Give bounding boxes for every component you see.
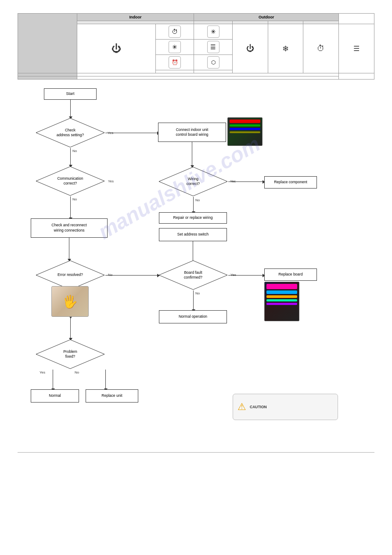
arrow-d6-no bbox=[105, 370, 106, 389]
arrow-start-d1 bbox=[70, 100, 71, 117]
bottom-hr bbox=[18, 452, 374, 453]
outdoor-icon4: ☰ bbox=[339, 24, 374, 73]
repair-wiring-box: Repair or replace wiring bbox=[159, 212, 227, 224]
d2-yes-label: Yes bbox=[108, 179, 114, 183]
pcb-image2 bbox=[264, 282, 299, 321]
d3-no-label: No bbox=[195, 198, 200, 202]
table-subheader-out2 bbox=[232, 21, 268, 24]
arrow-d3-down bbox=[193, 197, 194, 212]
d6-no-label: No bbox=[75, 370, 79, 374]
connect-box: Connect indoor unitcontrol board wiring bbox=[158, 123, 226, 142]
arrow-connect-down bbox=[192, 142, 192, 166]
normal-op-box: Normal operation bbox=[159, 310, 227, 323]
indoor-icon5: ⏰ bbox=[156, 55, 194, 70]
caution-icon: ⚠ bbox=[237, 401, 246, 413]
diamond4-text: Error resolved? bbox=[58, 272, 83, 277]
arrow-d1-right bbox=[105, 133, 158, 133]
start-label: Start bbox=[66, 91, 74, 97]
table-subheader-out4 bbox=[303, 21, 339, 24]
d6-yes-label: Yes bbox=[40, 370, 45, 374]
d5-no-label: No bbox=[195, 291, 200, 295]
outdoor-icon3: ⏱ bbox=[303, 24, 339, 73]
table-row-header bbox=[18, 14, 77, 73]
table-col-indoor: Indoor bbox=[77, 14, 194, 21]
diamond3-text: Wiringcorrect? bbox=[187, 177, 200, 186]
indoor-empty1 bbox=[156, 70, 194, 73]
spec-table: Indoor Outdoor ⏻ ⏱ ✳ ⏻ bbox=[18, 13, 374, 80]
check-wiring-box: Check and reconnectwiring connections bbox=[31, 218, 108, 238]
replace-final-box: Replace unit bbox=[86, 389, 138, 403]
diamond5: Board faultconfirmed? bbox=[158, 260, 228, 290]
start-box: Start bbox=[44, 88, 97, 100]
d2-no-label: No bbox=[72, 197, 77, 201]
diamond1-text: Checkaddress setting? bbox=[57, 128, 84, 138]
diamond2-text: Communicationcorrect? bbox=[57, 176, 83, 186]
set-address-box: Set address switch bbox=[159, 228, 227, 241]
arrow-d5-right bbox=[228, 275, 263, 276]
indoor-icon1: ⏱ bbox=[156, 24, 194, 40]
indoor-empty2 bbox=[194, 70, 232, 73]
outdoor-icon2: ❄ bbox=[268, 24, 303, 73]
table-gray-row1 bbox=[18, 73, 77, 76]
table-subheader-out1 bbox=[194, 21, 232, 24]
arrow-hand-down bbox=[70, 317, 71, 339]
indoor-icon4: ☰ bbox=[194, 40, 232, 55]
replace-board-box: Replace board bbox=[264, 268, 317, 281]
table-subheader-indoor bbox=[77, 21, 194, 24]
indoor-icon2: ✳ bbox=[194, 24, 232, 40]
flowchart-container: Start Checkaddress setting? Yes No Conne… bbox=[18, 88, 378, 449]
table-subheader-out3 bbox=[268, 21, 303, 24]
arrow-d6-yes bbox=[53, 370, 53, 389]
hand-image: 🖐 bbox=[51, 286, 89, 317]
caution-label: CAUTION bbox=[250, 405, 267, 409]
page: manualshlive.com Indoor Outdoor ⏻ ⏱ bbox=[0, 0, 392, 466]
table-spec-row2 bbox=[77, 76, 339, 80]
arrow-d1-down bbox=[70, 148, 71, 166]
diamond2: Communicationcorrect? bbox=[35, 166, 105, 196]
diamond5-text: Board faultconfirmed? bbox=[184, 270, 202, 280]
caution-box: ⚠ CAUTION bbox=[233, 394, 338, 420]
diamond6-text: Problemfixed? bbox=[63, 349, 77, 359]
table-spec-row1 bbox=[77, 73, 339, 76]
arrow-d5-down bbox=[193, 290, 194, 310]
arrow-cw-down bbox=[69, 238, 69, 260]
arrow-d2-down bbox=[70, 196, 71, 218]
arrow-d4-right bbox=[105, 275, 158, 276]
indoor-icon3: ✳ bbox=[156, 40, 194, 55]
table-gray-row2 bbox=[18, 76, 77, 80]
indoor-power-icon-cell: ⏻ bbox=[77, 24, 155, 73]
pcb-image1 bbox=[227, 117, 263, 146]
diamond3: Wiringcorrect? bbox=[158, 166, 228, 197]
replace-box: Replace component bbox=[264, 176, 317, 189]
diamond1: Checkaddress setting? bbox=[35, 117, 105, 148]
indoor-icon6: ⬡ bbox=[194, 55, 232, 70]
outdoor-power-icon: ⏻ bbox=[232, 24, 268, 73]
normal-box: Normal bbox=[31, 389, 79, 403]
d1-no-label: No bbox=[72, 149, 77, 153]
table-col-outdoor: Outdoor bbox=[194, 14, 339, 21]
diamond6: Problemfixed? bbox=[35, 339, 105, 370]
arrow-d3-right bbox=[228, 181, 263, 182]
